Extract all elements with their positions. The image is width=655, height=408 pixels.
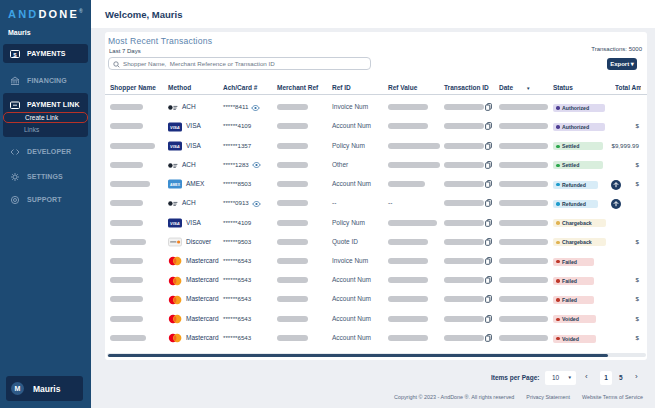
svg-text:VISA: VISA bbox=[170, 221, 180, 226]
svg-text:$: $ bbox=[13, 51, 17, 57]
svg-text:VISA: VISA bbox=[170, 144, 180, 149]
svg-text:VISA: VISA bbox=[170, 125, 180, 130]
svg-text:AMEX: AMEX bbox=[170, 183, 181, 187]
